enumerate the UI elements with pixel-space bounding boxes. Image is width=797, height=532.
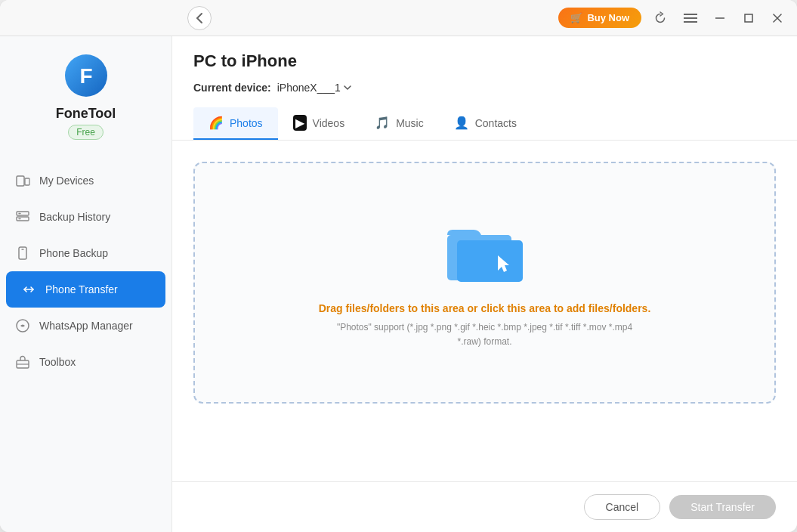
contacts-tab-icon: 👤	[454, 116, 469, 130]
page-title: PC to iPhone	[193, 51, 776, 71]
svg-text:F: F	[79, 64, 92, 88]
toolbox-icon	[15, 354, 30, 370]
backup-history-icon	[15, 209, 30, 224]
whatsapp-icon	[15, 318, 30, 333]
tab-videos[interactable]: ▶ Videos	[278, 107, 360, 140]
sidebar-item-label: My Devices	[39, 175, 94, 187]
device-selector[interactable]: iPhoneX___1	[277, 82, 353, 94]
phone-transfer-icon	[21, 282, 36, 297]
minimize-button[interactable]	[709, 8, 731, 29]
device-name: iPhoneX___1	[277, 82, 341, 94]
logo-area: F FoneTool Free	[56, 51, 116, 140]
app-body: F FoneTool Free My Devices	[0, 36, 797, 532]
sidebar: F FoneTool Free My Devices	[0, 36, 172, 532]
buy-now-label: Buy Now	[587, 12, 629, 23]
sidebar-item-backup-history[interactable]: Backup History	[0, 199, 171, 235]
tab-music[interactable]: 🎵 Music	[360, 107, 439, 140]
sidebar-item-label: Backup History	[39, 211, 110, 223]
menu-button[interactable]	[679, 7, 702, 29]
close-button[interactable]	[767, 8, 788, 29]
music-tab-icon: 🎵	[375, 116, 390, 130]
videos-tab-icon: ▶	[293, 115, 307, 131]
title-bar: 🛒 Buy Now	[0, 0, 797, 36]
tab-label: Contacts	[475, 117, 517, 129]
sidebar-item-label: WhatsApp Manager	[39, 320, 133, 332]
folder-icon	[443, 216, 527, 284]
phone-backup-icon	[15, 246, 30, 261]
back-button[interactable]	[187, 6, 212, 30]
title-bar-left	[187, 6, 212, 30]
svg-rect-4	[745, 14, 752, 22]
svg-rect-21	[457, 240, 523, 282]
tab-contacts[interactable]: 👤 Contacts	[439, 107, 532, 140]
device-row: Current device: iPhoneX___1	[193, 82, 776, 94]
sidebar-item-phone-transfer[interactable]: Phone Transfer	[6, 271, 165, 308]
device-label: Current device:	[193, 82, 271, 94]
content-area: Drag files/folders to this area or click…	[172, 141, 797, 481]
sidebar-item-my-devices[interactable]: My Devices	[0, 162, 171, 199]
app-window: 🛒 Buy Now	[0, 0, 797, 532]
devices-icon	[15, 173, 30, 188]
free-badge: Free	[68, 125, 103, 140]
footer: Cancel Start Transfer	[172, 481, 797, 532]
start-transfer-button[interactable]: Start Transfer	[669, 495, 776, 519]
chevron-down-icon	[342, 82, 353, 93]
content-header: PC to iPhone Current device: iPhoneX___1	[172, 36, 797, 107]
maximize-button[interactable]	[738, 8, 759, 29]
main-content: PC to iPhone Current device: iPhoneX___1…	[172, 36, 797, 532]
refresh-button[interactable]	[649, 7, 672, 29]
sidebar-item-label: Phone Transfer	[45, 283, 118, 295]
svg-rect-9	[17, 176, 24, 186]
tab-label: Videos	[313, 117, 345, 129]
svg-rect-10	[25, 178, 29, 185]
drop-zone-sub-text: "Photos" support (*.jpg *.png *.gif *.he…	[334, 320, 636, 349]
sidebar-item-toolbox[interactable]: Toolbox	[0, 344, 171, 380]
tabs-bar: 🌈 Photos ▶ Videos 🎵 Music 👤 Contacts	[172, 107, 797, 141]
sidebar-item-label: Toolbox	[39, 356, 76, 368]
tab-label: Photos	[230, 117, 263, 129]
app-logo: F	[62, 51, 110, 100]
drop-zone[interactable]: Drag files/folders to this area or click…	[193, 162, 776, 404]
app-name: FoneTool	[56, 106, 116, 122]
drop-zone-main-text: Drag files/folders to this area or click…	[319, 302, 651, 314]
sidebar-item-label: Phone Backup	[39, 247, 108, 259]
tab-label: Music	[396, 117, 424, 129]
cancel-button[interactable]: Cancel	[584, 494, 661, 520]
sidebar-item-whatsapp-manager[interactable]: WhatsApp Manager	[0, 308, 171, 344]
title-bar-actions: 🛒 Buy Now	[558, 7, 788, 29]
tab-photos[interactable]: 🌈 Photos	[193, 107, 278, 140]
folder-icon-wrapper	[443, 216, 527, 287]
buy-now-button[interactable]: 🛒 Buy Now	[558, 8, 641, 28]
cart-icon: 🛒	[570, 12, 582, 23]
sidebar-item-phone-backup[interactable]: Phone Backup	[0, 235, 171, 271]
photos-tab-icon: 🌈	[209, 116, 224, 130]
